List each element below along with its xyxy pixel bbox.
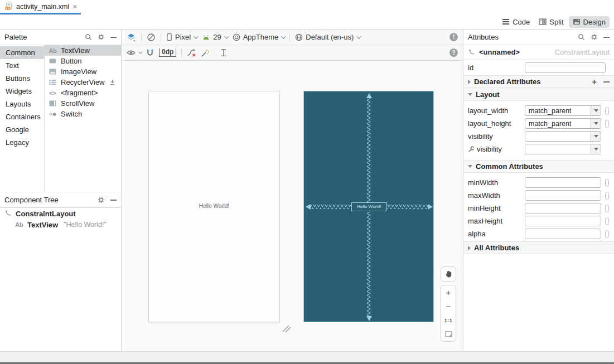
theme-label: AppTheme xyxy=(243,33,279,41)
palette-category-text[interactable]: Text xyxy=(0,59,44,72)
view-mode-eye-button[interactable] xyxy=(127,50,141,56)
left-panel: Palette Common Text Buttons Widgets Layo… xyxy=(0,30,122,351)
dropdown-arrow-button[interactable] xyxy=(591,144,601,154)
zoom-in-button[interactable]: + xyxy=(441,285,456,299)
separator xyxy=(181,48,182,57)
palette-item-recyclerview[interactable]: RecyclerView xyxy=(45,77,121,88)
search-icon[interactable] xyxy=(578,33,585,41)
hide-panel-icon[interactable] xyxy=(110,200,117,201)
resize-handle[interactable] xyxy=(282,324,291,333)
infer-constraints-button[interactable] xyxy=(201,48,210,57)
palette-item-textview[interactable]: Ab TextView xyxy=(45,45,121,56)
warning-icon[interactable]: ! xyxy=(449,33,458,41)
pan-button[interactable] xyxy=(441,267,456,281)
gear-icon[interactable] xyxy=(591,33,598,41)
autoconnect-button[interactable] xyxy=(146,49,154,57)
palette-item-scrollview[interactable]: ScrollView xyxy=(45,98,121,109)
tree-item-textview[interactable]: Ab TextView "Hello World!" xyxy=(0,219,121,230)
palette-category-legacy[interactable]: Legacy xyxy=(0,136,44,149)
theme-selector[interactable]: AppTheme xyxy=(233,33,285,41)
zoom-to-fit-button[interactable] xyxy=(441,327,456,341)
common-attributes-section[interactable]: Common Attributes xyxy=(463,160,614,173)
constraint-pill-indicator xyxy=(605,120,609,128)
guidelines-button[interactable] xyxy=(220,48,227,57)
clear-constraints-icon xyxy=(187,49,196,57)
tree-item-detail: "Hello World!" xyxy=(64,221,107,229)
dropdown-arrow-button[interactable] xyxy=(591,132,601,141)
split-icon xyxy=(539,18,547,26)
maxheight-input[interactable] xyxy=(525,216,601,226)
id-input[interactable] xyxy=(525,62,606,73)
palette-body: Common Text Buttons Widgets Layouts Cont… xyxy=(0,45,121,192)
design-icon xyxy=(573,18,581,26)
view-options-button[interactable] xyxy=(127,33,136,42)
api-selector[interactable]: 29 xyxy=(202,33,227,41)
palette-categories: Common Text Buttons Widgets Layouts Cont… xyxy=(0,45,45,192)
download-icon[interactable] xyxy=(109,79,115,85)
tab-close-icon[interactable]: × xyxy=(72,3,77,11)
hide-panel-icon[interactable] xyxy=(603,37,610,38)
layout-section[interactable]: Layout xyxy=(463,88,614,101)
blueprint-view[interactable]: Hello World! xyxy=(303,91,434,322)
alpha-input[interactable] xyxy=(525,229,601,239)
palette-item-button[interactable]: Button xyxy=(45,56,121,66)
expand-arrow-icon xyxy=(468,165,472,168)
maxwidth-input[interactable] xyxy=(525,190,601,201)
device-label: Pixel xyxy=(175,33,191,41)
constraint-pill-indicator xyxy=(605,192,609,200)
code-view-button[interactable]: Code xyxy=(498,16,534,28)
layout-height-dropdown[interactable]: match_parent xyxy=(525,118,601,129)
zoom-ratio-button[interactable]: 1:1 xyxy=(441,313,456,327)
search-icon[interactable] xyxy=(85,33,92,41)
orientation-button[interactable] xyxy=(147,33,156,42)
layout-width-dropdown[interactable]: match_parent xyxy=(525,105,601,116)
tab-activity-main-xml[interactable]: activity_main.xml × xyxy=(0,0,81,14)
palette-category-widgets[interactable]: Widgets xyxy=(0,85,44,98)
tree-item-constraintlayout[interactable]: ConstraintLayout xyxy=(0,208,121,219)
declared-attributes-section[interactable]: Declared Attributes + xyxy=(463,75,614,88)
design-editor: Pixel 29 AppTheme xyxy=(122,30,463,351)
xml-layout-file-icon xyxy=(4,2,13,11)
dropdown-arrow-button[interactable] xyxy=(591,106,601,115)
design-view[interactable]: Hello World! xyxy=(148,91,280,322)
eye-icon xyxy=(127,50,136,56)
code-view-label: Code xyxy=(513,18,530,26)
all-attributes-section[interactable]: All Attributes xyxy=(463,241,614,254)
split-view-button[interactable]: Split xyxy=(535,16,567,28)
palette-item-label: Button xyxy=(61,57,82,65)
palette-category-containers[interactable]: Containers xyxy=(0,110,44,123)
palette-category-buttons[interactable]: Buttons xyxy=(0,72,44,85)
pan-box xyxy=(441,266,456,282)
gear-icon[interactable] xyxy=(98,196,105,203)
palette-category-layouts[interactable]: Layouts xyxy=(0,98,44,110)
palette-category-google[interactable]: Google xyxy=(0,123,44,136)
minheight-input[interactable] xyxy=(525,203,601,213)
palette-category-common[interactable]: Common xyxy=(0,46,44,59)
palette-item-switch[interactable]: Switch xyxy=(45,109,121,119)
remove-attribute-button[interactable] xyxy=(603,81,610,82)
zoom-out-button[interactable]: − xyxy=(441,299,456,313)
component-tree: ConstraintLayout Ab TextView "Hello Worl… xyxy=(0,208,121,351)
help-icon[interactable]: ? xyxy=(449,48,458,57)
device-selector[interactable]: Pixel xyxy=(166,33,197,41)
minwidth-input[interactable] xyxy=(525,177,601,188)
locale-selector[interactable]: Default (en-us) xyxy=(295,33,360,41)
palette-item-imageview[interactable]: ImageView xyxy=(45,66,121,77)
design-textview[interactable]: Hello World! xyxy=(149,203,279,209)
attributes-title: Attributes xyxy=(468,33,572,41)
clear-constraints-button[interactable] xyxy=(187,49,196,57)
palette-item-label: ScrollView xyxy=(61,99,94,108)
design-toolbar-row1: Pixel 29 AppTheme xyxy=(122,30,463,45)
design-view-button[interactable]: Design xyxy=(569,16,610,28)
tools-visibility-dropdown[interactable] xyxy=(525,144,601,154)
dropdown-arrow-button[interactable] xyxy=(591,119,601,128)
design-surface[interactable]: Hello World! xyxy=(122,61,463,351)
code-icon xyxy=(502,21,509,22)
visibility-dropdown[interactable] xyxy=(525,131,601,142)
hide-panel-icon[interactable] xyxy=(110,37,117,38)
default-margins-button[interactable]: 0dp xyxy=(159,48,176,57)
add-attribute-button[interactable]: + xyxy=(592,77,597,86)
gear-icon[interactable] xyxy=(98,33,105,41)
palette-item-fragment[interactable]: <> <fragment> xyxy=(45,88,121,98)
blueprint-textview[interactable]: Hello World! xyxy=(351,202,387,211)
